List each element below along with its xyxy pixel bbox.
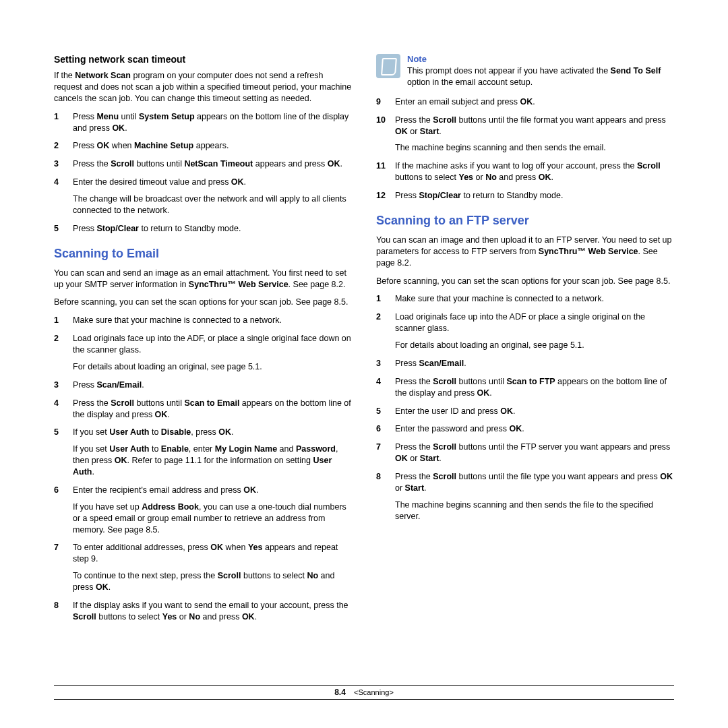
ftp-heading: Scanning to an FTP server xyxy=(376,214,674,228)
step-number: 2 xyxy=(54,140,63,152)
step-number: 8 xyxy=(54,600,63,623)
step-number: 6 xyxy=(376,423,386,435)
left-column: Setting network scan timeout If the Netw… xyxy=(54,54,352,630)
list-item: 3Press the Scroll buttons until NetScan … xyxy=(54,158,352,170)
ftp-intro: You can scan an image and then upload it… xyxy=(376,235,674,269)
timeout-steps: 1Press Menu until System Setup appears o… xyxy=(54,111,352,235)
list-item: 1Make sure that your machine is connecte… xyxy=(376,293,674,305)
note-box: Note This prompt does not appear if you … xyxy=(376,54,674,88)
list-item: 2Press OK when Machine Setup appears. xyxy=(54,140,352,152)
step-body: Press the Scroll buttons until the FTP s… xyxy=(395,442,674,464)
step-body: Press the Scroll buttons until NetScan T… xyxy=(73,158,352,170)
step-body: Press the Scroll buttons until Scan to E… xyxy=(73,398,352,421)
step-body: Load originals face up into the ADF, or … xyxy=(73,333,352,373)
step-body: Enter the password and press OK. xyxy=(395,423,674,435)
email-steps-continued: 9Enter an email subject and press OK.10P… xyxy=(376,96,674,202)
step-number: 4 xyxy=(54,398,63,421)
step-number: 11 xyxy=(376,160,386,183)
list-item: 7To enter additional addresses, press OK… xyxy=(54,542,352,593)
list-item: 6Enter the recipient's email address and… xyxy=(54,485,352,536)
step-number: 1 xyxy=(54,315,63,326)
list-item: 11If the machine asks if you want to log… xyxy=(376,160,674,183)
page-content: Setting network scan timeout If the Netw… xyxy=(54,54,674,630)
email-before: Before scanning, you can set the scan op… xyxy=(54,297,352,308)
step-number: 4 xyxy=(54,177,63,216)
step-body: Press Scan/Email. xyxy=(395,358,674,369)
step-body: Make sure that your machine is connected… xyxy=(73,315,352,326)
timeout-intro: If the Network Scan program on your comp… xyxy=(54,70,352,104)
right-column: Note This prompt does not appear if you … xyxy=(376,54,674,630)
list-item: 2Load originals face up into the ADF, or… xyxy=(54,333,352,373)
note-body: Note This prompt does not appear if you … xyxy=(407,54,674,88)
timeout-heading: Setting network scan timeout xyxy=(54,54,352,65)
step-body: Press OK when Machine Setup appears. xyxy=(73,140,352,152)
step-number: 2 xyxy=(376,311,386,351)
step-number: 3 xyxy=(54,380,63,391)
list-item: 5If you set User Auth to Disable, press … xyxy=(54,427,352,478)
list-item: 4Press the Scroll buttons until Scan to … xyxy=(54,398,352,421)
list-item: 12Press Stop/Clear to return to Standby … xyxy=(376,190,674,202)
list-item: 7Press the Scroll buttons until the FTP … xyxy=(376,442,674,464)
step-body: Press Stop/Clear to return to Standby mo… xyxy=(73,223,352,235)
note-title: Note xyxy=(407,54,674,64)
list-item: 10Press the Scroll buttons until the fil… xyxy=(376,115,674,154)
step-body: Enter an email subject and press OK. xyxy=(395,96,674,108)
list-item: 8If the display asks if you want to send… xyxy=(54,600,352,623)
list-item: 3Press Scan/Email. xyxy=(376,358,674,369)
list-item: 3Press Scan/Email. xyxy=(54,380,352,391)
step-body: Press the Scroll buttons until the file … xyxy=(395,115,674,154)
step-body: Press Menu until System Setup appears on… xyxy=(73,111,352,134)
step-number: 3 xyxy=(54,158,63,170)
list-item: 6Enter the password and press OK. xyxy=(376,423,674,435)
step-number: 8 xyxy=(376,471,386,522)
step-body: If the display asks if you want to send … xyxy=(73,600,352,623)
step-number: 10 xyxy=(376,115,386,154)
list-item: 2Load originals face up into the ADF or … xyxy=(376,311,674,351)
list-item: 9Enter an email subject and press OK. xyxy=(376,96,674,108)
step-body: To enter additional addresses, press OK … xyxy=(73,542,352,593)
step-number: 2 xyxy=(54,333,63,373)
step-number: 7 xyxy=(376,442,386,464)
step-body: Make sure that your machine is connected… xyxy=(395,293,674,305)
list-item: 4Enter the desired timeout value and pre… xyxy=(54,177,352,216)
step-number: 5 xyxy=(54,427,63,478)
step-number: 3 xyxy=(376,358,386,369)
email-intro: You can scan and send an image as an ema… xyxy=(54,268,352,291)
step-number: 1 xyxy=(376,293,386,305)
list-item: 5Enter the user ID and press OK. xyxy=(376,406,674,417)
step-body: Press the Scroll buttons until the file … xyxy=(395,471,674,522)
page-number: 8.4 xyxy=(334,688,346,697)
step-body: If you set User Auth to Disable, press O… xyxy=(73,427,352,478)
list-item: 5Press Stop/Clear to return to Standby m… xyxy=(54,223,352,235)
step-number: 1 xyxy=(54,111,63,134)
note-icon xyxy=(376,54,400,78)
step-number: 5 xyxy=(54,223,63,235)
step-number: 5 xyxy=(376,406,386,417)
step-body: Enter the user ID and press OK. xyxy=(395,406,674,417)
email-heading: Scanning to Email xyxy=(54,247,352,261)
email-steps: 1Make sure that your machine is connecte… xyxy=(54,315,352,622)
list-item: 4Press the Scroll buttons until Scan to … xyxy=(376,376,674,399)
page-footer: 8.4 <Scanning> xyxy=(54,685,674,700)
step-body: Enter the desired timeout value and pres… xyxy=(73,177,352,216)
note-text: This prompt does not appear if you have … xyxy=(407,65,674,88)
step-number: 7 xyxy=(54,542,63,593)
step-body: Load originals face up into the ADF or p… xyxy=(395,311,674,351)
list-item: 1Make sure that your machine is connecte… xyxy=(54,315,352,326)
list-item: 1Press Menu until System Setup appears o… xyxy=(54,111,352,134)
step-number: 12 xyxy=(376,190,386,202)
step-body: Enter the recipient's email address and … xyxy=(73,485,352,536)
step-number: 4 xyxy=(376,376,386,399)
ftp-steps: 1Make sure that your machine is connecte… xyxy=(376,293,674,522)
step-number: 6 xyxy=(54,485,63,536)
step-body: If the machine asks if you want to log o… xyxy=(395,160,674,183)
step-body: Press Scan/Email. xyxy=(73,380,352,391)
step-body: Press Stop/Clear to return to Standby mo… xyxy=(395,190,674,202)
footer-section: <Scanning> xyxy=(354,688,394,696)
ftp-before: Before scanning, you can set the scan op… xyxy=(376,276,674,287)
list-item: 8Press the Scroll buttons until the file… xyxy=(376,471,674,522)
step-body: Press the Scroll buttons until Scan to F… xyxy=(395,376,674,399)
step-number: 9 xyxy=(376,96,386,108)
